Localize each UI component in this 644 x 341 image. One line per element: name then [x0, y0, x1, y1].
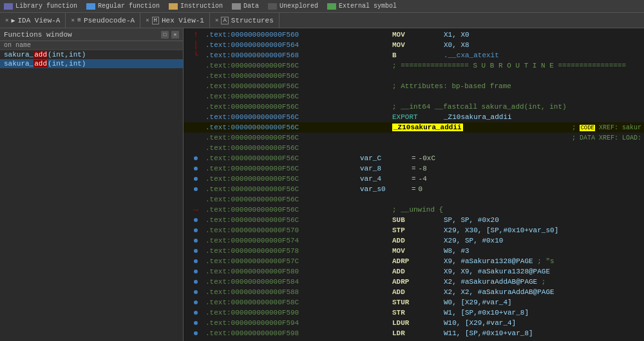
func-prefix-0: sakura_	[4, 51, 33, 59]
legend-library-color	[4, 3, 13, 10]
disasm-line-export[interactable]: .text:000000000000F56C EXPORT _Z10sakura…	[184, 112, 644, 122]
disasm-line-sep: .text:000000000000F56C ; ===============…	[184, 60, 644, 71]
functions-list[interactable]: sakura_add(int,int) sakura_add(int,int)	[0, 50, 183, 341]
disasm-line-add4[interactable]: .text:000000000000F59C ADD W10, W10, W11	[184, 338, 644, 341]
func-highlight-0: add	[33, 51, 48, 59]
functions-col-header: on name	[0, 41, 183, 50]
operands-0: X1, X0	[444, 31, 641, 39]
var-s0-val: 0	[419, 185, 423, 193]
disasm-line-2[interactable]: └ .text:000000000000F568 B .__cxa_atexit	[184, 50, 644, 60]
disasm-line-sub[interactable]: .text:000000000000F56C SUB SP, SP, #0x20	[184, 215, 644, 225]
dot-var-c	[194, 156, 198, 160]
legend-bar: Library function Regular function Instru…	[0, 0, 644, 13]
legend-instruction-label: Instruction	[180, 3, 223, 10]
dot-adrp1	[194, 259, 198, 263]
dot-var-4	[194, 177, 198, 181]
var-4-name: var_4	[360, 175, 412, 183]
tab-hex-view-icon: H	[152, 17, 159, 24]
unwind-comment: ; __unwind {	[392, 206, 443, 214]
panel-controls: □ ✕	[161, 31, 179, 39]
data-xref-comment: ; DATA XREF: LOAD:	[572, 134, 641, 142]
func-item-1[interactable]: sakura_add(int,int)	[0, 59, 183, 68]
tab-hex-view[interactable]: ✕ H Hex View-1	[140, 13, 210, 28]
disasm-panel[interactable]: ↑ .text:000000000000F560 MOV X1, X0 │ .t…	[184, 28, 644, 341]
disasm-line-blank2: .text:000000000000F56C	[184, 91, 644, 102]
disasm-line-label[interactable]: .text:000000000000F56C _Z10sakura_addii …	[184, 122, 644, 133]
tab-ida-view-close[interactable]: ✕	[5, 17, 8, 24]
disasm-line-add2[interactable]: .text:000000000000F580 ADD X9, X9, #aSak…	[184, 266, 644, 277]
addr-2: .text:000000000000F568	[205, 51, 354, 59]
tab-structures[interactable]: ✕ A Structures	[210, 13, 279, 28]
arrow-up-icon: ↑	[193, 30, 198, 40]
disasm-line-stur[interactable]: .text:000000000000F58C STUR W0, [X29,#va…	[184, 297, 644, 308]
legend-library: Library function	[4, 3, 77, 10]
tab-ida-view[interactable]: ✕ ▶ IDA View-A	[0, 13, 66, 28]
var-8-val: -8	[419, 165, 427, 172]
func-suffix-1: (int,int)	[48, 60, 86, 68]
var-4-val: -4	[419, 175, 427, 183]
disasm-line-0[interactable]: ↑ .text:000000000000F560 MOV X1, X0	[184, 30, 644, 40]
legend-instruction-color	[169, 3, 178, 10]
legend-regular: Regular function	[86, 3, 160, 10]
operands-str1: W1, [SP,#0x10+var_8]	[444, 309, 641, 317]
main-area: Functions window □ ✕ on name sakura_add(…	[0, 28, 644, 341]
disasm-line-add1[interactable]: .text:000000000000F574 ADD X29, SP, #0x1…	[184, 235, 644, 246]
functions-panel-title: Functions window	[4, 31, 72, 39]
functions-panel-header: Functions window □ ✕	[0, 28, 183, 41]
dot-stur	[194, 300, 198, 304]
legend-data-color	[232, 3, 241, 10]
mnemonic-adrp2: ADRP	[392, 278, 444, 286]
attr-comment: ; Attributes: bp-based frame	[392, 82, 511, 90]
proto-comment: ; __int64 __fastcall sakura_add(int, int…	[392, 103, 567, 111]
mnemonic-add3: ADD	[392, 288, 444, 296]
var-s0-eq: =	[412, 185, 416, 193]
addr-export: .text:000000000000F56C	[205, 113, 354, 121]
disasm-line-adrp1[interactable]: .text:000000000000F57C ADRP X9, #aSakura…	[184, 256, 644, 266]
disasm-line-xref2: .text:000000000000F56C ; DATA XREF: LOAD…	[184, 133, 644, 143]
tab-structures-close[interactable]: ✕	[215, 17, 218, 24]
tab-bar: ✕ ▶ IDA View-A ✕ ≡ Pseudocode-A ✕ H Hex …	[0, 13, 644, 28]
disasm-line-blank3: .text:000000000000F56C	[184, 143, 644, 153]
disasm-line-stp[interactable]: .text:000000000000F570 STP X29, X30, [SP…	[184, 225, 644, 235]
legend-instruction: Instruction	[169, 3, 223, 10]
panel-close-btn[interactable]: ✕	[171, 31, 179, 39]
legend-unexplored-label: Unexplored	[279, 3, 318, 10]
var-4-eq: =	[412, 175, 416, 183]
disasm-line-ldur[interactable]: .text:000000000000F594 LDUR W10, [X29,#v…	[184, 318, 644, 328]
disasm-line-var-8: .text:000000000000F56C var_8 = -8	[184, 163, 644, 174]
tab-hex-view-close[interactable]: ✕	[146, 17, 149, 24]
operands-mov1: W8, #3	[444, 247, 641, 255]
tab-pseudocode-close[interactable]: ✕	[71, 17, 74, 24]
dot-var-8	[194, 167, 198, 170]
arrow-right-icon: →	[193, 205, 198, 215]
disasm-line-str1[interactable]: .text:000000000000F590 STR W1, [SP,#0x10…	[184, 308, 644, 318]
tab-hex-view-label: Hex View-1	[162, 17, 204, 24]
disasm-line-ldr1[interactable]: .text:000000000000F598 LDR W11, [SP,#0x1…	[184, 328, 644, 338]
disasm-line-1[interactable]: │ .text:000000000000F564 MOV X0, X8	[184, 40, 644, 50]
left-panel: Functions window □ ✕ on name sakura_add(…	[0, 28, 184, 341]
mnemonic-0: MOV	[392, 31, 444, 39]
operands-add1: X29, SP, #0x10	[444, 237, 641, 244]
func-item-0[interactable]: sakura_add(int,int)	[0, 50, 183, 59]
var-8-eq: =	[412, 165, 416, 172]
dot-sub	[194, 218, 198, 222]
var-s0-name: var_s0	[360, 185, 412, 193]
legend-data: Data	[232, 3, 259, 10]
line-marker-0: ↑	[186, 30, 205, 40]
disasm-line-adrp2[interactable]: .text:000000000000F584 ADRP X2, #aSakura…	[184, 277, 644, 287]
disasm-line-add3[interactable]: .text:000000000000F588 ADD X2, X2, #aSak…	[184, 287, 644, 297]
panel-minimize-btn[interactable]: □	[161, 31, 169, 39]
disasm-line-var-c: .text:000000000000F56C var_C = -0xC	[184, 153, 644, 163]
disasm-line-mov1[interactable]: .text:000000000000F578 MOV W8, #3	[184, 246, 644, 256]
tab-structures-icon: A	[221, 17, 228, 24]
var-8-name: var_8	[360, 165, 412, 172]
dot-add1	[194, 239, 198, 243]
code-xref-comment: ; CODE XREF: sakur	[572, 124, 641, 131]
var-c-eq: =	[412, 154, 416, 162]
tab-pseudocode[interactable]: ✕ ≡ Pseudocode-A	[66, 13, 140, 28]
export-keyword: EXPORT	[392, 113, 444, 121]
dot-var-s0	[194, 187, 198, 191]
mnemonic-sub: SUB	[392, 216, 444, 224]
operands-1: X0, X8	[444, 41, 641, 49]
legend-data-label: Data	[243, 3, 259, 10]
